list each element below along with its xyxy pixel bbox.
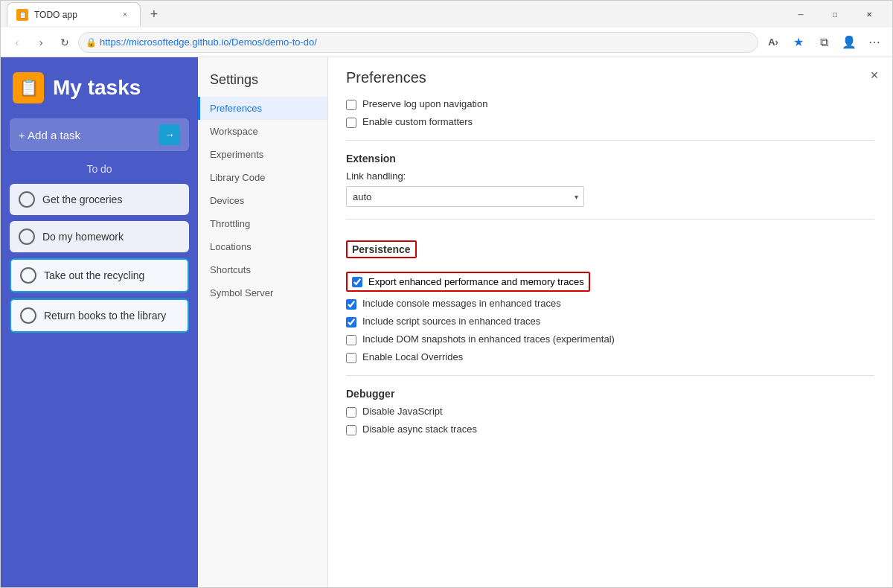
debugger-section: Debugger Disable JavaScript Disable asyn… xyxy=(346,388,874,435)
task-text-3: Take out the recycling xyxy=(44,269,144,281)
local-overrides-label: Enable Local Overrides xyxy=(362,351,463,362)
devtools-panel: Settings Preferences Workspace Experimen… xyxy=(198,57,892,587)
preserve-log-checkbox[interactable] xyxy=(346,100,356,110)
divider-2 xyxy=(346,219,874,220)
forward-button[interactable]: › xyxy=(31,32,51,53)
link-handling-label: Link handling: xyxy=(346,170,874,182)
more-button[interactable]: ⋯ xyxy=(862,31,886,54)
main-area: 📋 My tasks + Add a task → To do Get the … xyxy=(1,57,892,587)
task-text-4: Return books to the library xyxy=(44,310,166,322)
address-bar: ‹ › ↻ 🔒 A› ★ ⧉ 👤 ⋯ xyxy=(1,28,892,57)
checkbox-disable-js: Disable JavaScript xyxy=(346,406,874,418)
tab-close-button[interactable]: × xyxy=(119,9,131,21)
settings-nav-workspace[interactable]: Workspace xyxy=(198,120,327,143)
todo-sidebar: 📋 My tasks + Add a task → To do Get the … xyxy=(1,57,198,587)
settings-nav-locations[interactable]: Locations xyxy=(198,235,327,258)
divider-1 xyxy=(346,140,874,141)
settings-nav-experiments[interactable]: Experiments xyxy=(198,143,327,166)
debugger-heading: Debugger xyxy=(346,388,874,400)
task-checkbox-3[interactable] xyxy=(20,267,36,284)
checkbox-console-messages: Include console messages in enhanced tra… xyxy=(346,298,874,310)
read-aloud-button[interactable]: A› xyxy=(761,31,785,54)
checkbox-custom-formatters: Enable custom formatters xyxy=(346,116,874,128)
todo-app-icon: 📋 xyxy=(13,72,44,103)
task-checkbox-4[interactable] xyxy=(20,307,36,324)
disable-async-checkbox[interactable] xyxy=(346,425,356,435)
toolbar-icons: A› ★ ⧉ 👤 ⋯ xyxy=(761,31,886,54)
task-item-active[interactable]: Return books to the library xyxy=(10,298,189,333)
persistence-section: Persistence Export enhanced performance … xyxy=(346,231,874,363)
checkbox-disable-async: Disable async stack traces xyxy=(346,424,874,435)
add-task-arrow-icon: → xyxy=(159,124,180,145)
link-handling-select[interactable]: auto manual xyxy=(346,186,584,207)
disable-js-label: Disable JavaScript xyxy=(362,406,443,417)
favorites-button[interactable]: ★ xyxy=(787,31,810,54)
settings-content: × Preferences Preserve log upon navigati… xyxy=(328,57,892,587)
todo-section-label: To do xyxy=(1,163,198,175)
back-button[interactable]: ‹ xyxy=(7,32,28,53)
window-controls: ─ □ ✕ xyxy=(784,2,886,26)
settings-nav-library-code[interactable]: Library Code xyxy=(198,166,327,189)
address-wrapper: 🔒 xyxy=(78,32,758,53)
settings-nav-symbol-server[interactable]: Symbol Server xyxy=(198,281,327,304)
task-item-active[interactable]: Take out the recycling xyxy=(10,258,189,293)
export-traces-row: Export enhanced performance and memory t… xyxy=(346,272,874,292)
local-overrides-checkbox[interactable] xyxy=(346,353,356,363)
export-traces-checkbox[interactable] xyxy=(352,277,362,287)
dom-snapshots-label: Include DOM snapshots in enhanced traces… xyxy=(362,333,615,345)
link-handling-select-wrapper: auto manual ▾ xyxy=(346,186,584,207)
script-sources-label: Include script sources in enhanced trace… xyxy=(362,316,540,327)
task-text-1: Get the groceries xyxy=(42,194,122,205)
settings-close-button[interactable]: × xyxy=(865,66,883,84)
extension-heading: Extension xyxy=(346,153,874,164)
browser-window: 📋 TODO app × + ─ □ ✕ ‹ › ↻ 🔒 A› ★ ⧉ 👤 ⋯ xyxy=(0,0,893,588)
settings-sidebar: Settings Preferences Workspace Experimen… xyxy=(198,57,328,587)
close-button[interactable]: ✕ xyxy=(852,2,886,26)
settings-title: Settings xyxy=(198,66,327,97)
settings-nav-throttling[interactable]: Throttling xyxy=(198,212,327,235)
custom-formatters-checkbox[interactable] xyxy=(346,118,356,128)
persistence-heading: Persistence xyxy=(346,240,417,258)
settings-nav-preferences[interactable]: Preferences xyxy=(198,97,327,120)
script-sources-checkbox[interactable] xyxy=(346,317,356,327)
task-text-2: Do my homework xyxy=(42,231,124,243)
add-task-label: + Add a task xyxy=(19,129,153,141)
preserve-log-label: Preserve log upon navigation xyxy=(362,98,487,109)
console-messages-checkbox[interactable] xyxy=(346,299,356,310)
checkbox-preserve-log: Preserve log upon navigation xyxy=(346,98,874,110)
task-item[interactable]: Get the groceries xyxy=(10,184,189,215)
settings-nav-devices[interactable]: Devices xyxy=(198,189,327,212)
tab-favicon: 📋 xyxy=(16,9,28,21)
collections-button[interactable]: ⧉ xyxy=(812,31,836,54)
checkbox-dom-snapshots: Include DOM snapshots in enhanced traces… xyxy=(346,333,874,345)
divider-3 xyxy=(346,375,874,376)
checkbox-local-overrides: Enable Local Overrides xyxy=(346,351,874,363)
export-traces-label[interactable]: Export enhanced performance and memory t… xyxy=(346,272,590,292)
minimize-button[interactable]: ─ xyxy=(784,2,818,26)
browser-tab[interactable]: 📋 TODO app × xyxy=(7,2,141,26)
todo-header: 📋 My tasks xyxy=(1,57,198,118)
disable-async-label: Disable async stack traces xyxy=(362,424,477,435)
todo-title: My tasks xyxy=(53,76,141,100)
task-item[interactable]: Do my homework xyxy=(10,221,189,252)
settings-nav-shortcuts[interactable]: Shortcuts xyxy=(198,258,327,281)
lock-icon: 🔒 xyxy=(86,37,97,48)
disable-js-checkbox[interactable] xyxy=(346,407,356,418)
task-checkbox-2[interactable] xyxy=(19,229,35,245)
task-checkbox-1[interactable] xyxy=(19,191,35,208)
add-task-bar[interactable]: + Add a task → xyxy=(10,118,189,151)
refresh-button[interactable]: ↻ xyxy=(54,32,75,53)
dom-snapshots-checkbox[interactable] xyxy=(346,335,356,345)
tab-label: TODO app xyxy=(34,10,113,20)
console-messages-label: Include console messages in enhanced tra… xyxy=(362,298,561,309)
title-bar: 📋 TODO app × + ─ □ ✕ xyxy=(1,1,892,28)
custom-formatters-label: Enable custom formatters xyxy=(362,116,473,127)
new-tab-button[interactable]: + xyxy=(144,4,164,25)
export-traces-text: Export enhanced performance and memory t… xyxy=(368,276,584,287)
profile-button[interactable]: 👤 xyxy=(837,31,861,54)
maximize-button[interactable]: □ xyxy=(818,2,852,26)
address-input[interactable] xyxy=(78,32,758,53)
checkbox-script-sources: Include script sources in enhanced trace… xyxy=(346,316,874,327)
preferences-title: Preferences xyxy=(346,69,874,86)
